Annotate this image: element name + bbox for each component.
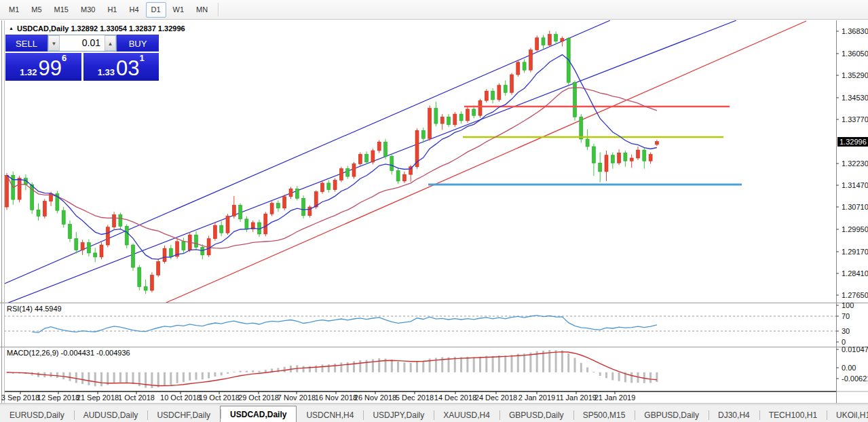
date-axis-label: 24 Dec 2018 xyxy=(475,394,517,402)
date-axis-label: 14 Dec 2018 xyxy=(434,394,476,402)
price-axis-label: 1.33770 xyxy=(842,115,868,124)
timeframe-M1[interactable]: M1 xyxy=(3,2,24,18)
macd-axis-label: 0.00 xyxy=(842,363,856,372)
rsi-pane xyxy=(4,315,836,332)
price-axis-label: 1.30710 xyxy=(842,202,868,212)
rsi-line xyxy=(32,315,657,332)
macd-axis-label: 0.010474 xyxy=(842,345,868,354)
price-axis-label: 1.29170 xyxy=(842,247,868,256)
one-click-trade-panel: SELL ▼ 0.01 ▲ BUY 1.32 99 6 1.33 03 1 xyxy=(5,35,159,81)
price-axis-label: 1.35290 xyxy=(842,71,868,80)
timeframe-H4[interactable]: H4 xyxy=(124,2,144,18)
price-axis-label: 1.27650 xyxy=(842,290,868,300)
chart-tab-usdcad[interactable]: USDCAD,Daily xyxy=(220,406,297,422)
chart-tab-dj30[interactable]: DJ30,H4 xyxy=(709,408,759,422)
date-axis-label: 26 Nov 2018 xyxy=(354,394,396,402)
buy-price-pip: 1 xyxy=(140,54,145,62)
price-axis-label: 1.32230 xyxy=(842,159,868,168)
volume-increase-icon[interactable]: ▲ xyxy=(105,35,116,51)
price-axis-label: 1.28410 xyxy=(842,269,868,278)
date-axis-label: 29 Oct 2018 xyxy=(238,394,279,402)
chart-tab-usdjpy[interactable]: USDJPY,Daily xyxy=(363,408,434,422)
chart-tab-usdchf[interactable]: USDCHF,Daily xyxy=(147,408,220,422)
price-axis-label: 1.29950 xyxy=(842,225,868,234)
macd-axis-label: -0.006218 xyxy=(842,374,868,383)
chart-window: ▲USDCAD,Daily 1.32892 1.33054 1.32837 1.… xyxy=(0,20,868,404)
date-axis-label: 5 Dec 2018 xyxy=(396,394,434,402)
current-price-tag: 1.32996 xyxy=(837,137,868,147)
sell-button[interactable]: SELL xyxy=(5,35,48,52)
sell-price-prefix: 1.32 xyxy=(20,66,37,78)
mt4-terminal: M1M5M15M30H1H4D1W1MN ▲USDCAD,Daily 1.328… xyxy=(0,0,868,422)
chart-tab-gbpusd[interactable]: GBPUSD,Daily xyxy=(635,408,709,422)
chart-tab-bar: EURUSD,DailyAUDUSD,DailyUSDCHF,DailyUSDC… xyxy=(0,404,868,422)
collapse-panel-icon[interactable]: ▲ xyxy=(9,26,14,31)
sell-price-pip: 6 xyxy=(62,54,67,62)
tabs-strip: EURUSD,DailyAUDUSD,DailyUSDCHF,DailyUSDC… xyxy=(0,406,868,422)
date-axis-label: 16 Nov 2018 xyxy=(315,394,357,402)
timeframe-toolbar: M1M5M15M30H1H4D1W1MN xyxy=(0,0,868,20)
date-axis-label: 19 Oct 2018 xyxy=(199,394,240,402)
buy-price-box[interactable]: 1.33 03 1 xyxy=(83,53,159,81)
macd-label: MACD(12,26,9) -0.004431 -0.004936 xyxy=(7,349,130,357)
rsi-label: RSI(14) 44.5949 xyxy=(7,305,62,313)
timeframe-M15[interactable]: M15 xyxy=(49,2,74,18)
timeframe-MN[interactable]: MN xyxy=(191,2,213,18)
toolbar-separator xyxy=(218,3,219,16)
timeframe-M30[interactable]: M30 xyxy=(75,2,100,18)
date-axis-label: 10 Oct 2018 xyxy=(160,394,201,402)
timeframe-bar: M1M5M15M30H1H4D1W1MN xyxy=(3,2,214,18)
date-axis-label: 7 Nov 2018 xyxy=(278,394,316,402)
date-axis-label: 3 Sep 2018 xyxy=(1,394,39,402)
chart-tab-tech100[interactable]: TECH100,H1 xyxy=(759,408,827,422)
chart-tab-xauusd[interactable]: XAUUSD,H4 xyxy=(434,408,499,422)
sell-price-box[interactable]: 1.32 99 6 xyxy=(5,53,81,81)
date-axis-label: 21 Sep 2018 xyxy=(77,394,119,402)
chart-tab-usdcnh[interactable]: USDCNH,H4 xyxy=(297,408,363,422)
timeframe-W1[interactable]: W1 xyxy=(168,2,190,18)
date-axis-label: 12 Sep 2018 xyxy=(37,394,79,402)
chart-title: ▲USDCAD,Daily 1.32892 1.33054 1.32837 1.… xyxy=(9,24,185,33)
date-axis-label: 2 Jan 2019 xyxy=(518,394,555,402)
price-axis-label: 1.36830 xyxy=(842,26,868,36)
macd-signal-line xyxy=(7,352,657,386)
price-axis-label: 1.36050 xyxy=(842,49,868,58)
volume-stepper: ▼ 0.01 ▲ xyxy=(48,35,117,52)
chart-tab-audusd[interactable]: AUDUSD,Daily xyxy=(74,408,148,422)
rsi-axis-label: 30 xyxy=(842,326,850,336)
buy-price-prefix: 1.33 xyxy=(98,66,115,78)
timeframe-H1[interactable]: H1 xyxy=(102,2,122,18)
chart-tab-eurusd[interactable]: EURUSD,Daily xyxy=(0,408,74,422)
chart-tab-ukoil[interactable]: UKOil,H1 xyxy=(827,408,868,422)
buy-button[interactable]: BUY xyxy=(117,35,159,52)
chart-title-text: USDCAD,Daily 1.32892 1.33054 1.32837 1.3… xyxy=(17,24,185,33)
date-axis-label: 1 Oct 2018 xyxy=(118,394,155,402)
fast-ma-line xyxy=(7,55,657,260)
red-trendline xyxy=(166,21,806,303)
slow-ma-line xyxy=(7,88,657,248)
chart-tab-sp500[interactable]: SP500,M15 xyxy=(573,408,635,422)
date-axis-label: 21 Jan 2019 xyxy=(595,394,636,402)
date-axis-label: 11 Jan 2019 xyxy=(556,394,597,402)
timeframe-D1[interactable]: D1 xyxy=(146,2,166,18)
volume-decrease-icon[interactable]: ▼ xyxy=(48,35,60,51)
sell-price-big: 99 xyxy=(39,59,62,78)
chart-tab-gbpusd[interactable]: GBPUSD,Daily xyxy=(499,408,573,422)
buy-price-big: 03 xyxy=(116,59,139,78)
price-axis-label: 1.31470 xyxy=(842,180,868,190)
rsi-axis-label: 70 xyxy=(842,311,850,321)
rsi-axis-label: 100 xyxy=(842,301,854,310)
volume-input[interactable]: 0.01 xyxy=(60,35,105,51)
timeframe-M5[interactable]: M5 xyxy=(26,2,47,18)
price-axis-label: 1.34530 xyxy=(842,93,868,102)
